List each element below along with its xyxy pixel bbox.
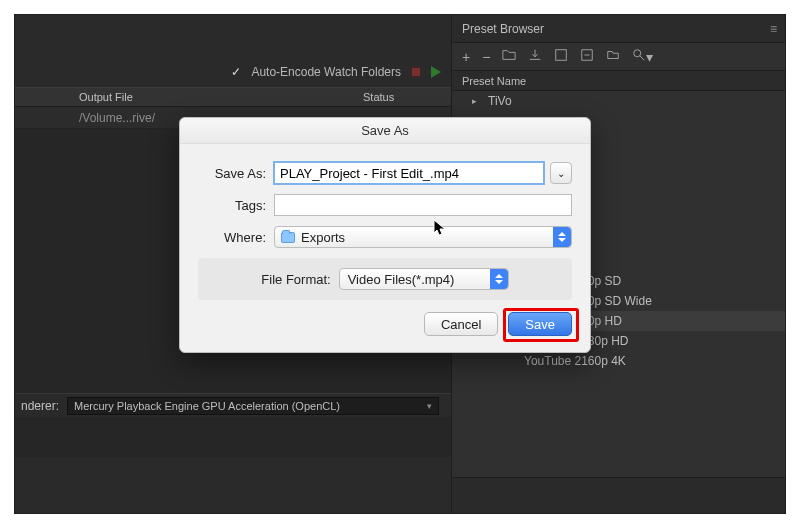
expand-dialog-button[interactable]: ⌄ <box>550 162 572 184</box>
checkmark-icon: ✓ <box>231 65 241 79</box>
panel-footer <box>452 477 785 513</box>
panel-menu-icon[interactable]: ≡ <box>770 22 775 36</box>
tags-label: Tags: <box>198 198 274 213</box>
where-label: Where: <box>198 230 274 245</box>
play-icon[interactable] <box>431 66 441 78</box>
queue-output-cell: /Volume...rive/ <box>79 111 155 125</box>
save-as-label: Save As: <box>198 166 274 181</box>
renderer-bar: nderer: Mercury Playback Engine GPU Acce… <box>15 393 451 417</box>
renderer-label: nderer: <box>21 399 59 413</box>
col-output: Output File <box>79 91 133 103</box>
file-format-select[interactable]: Video Files(*.mp4) <box>339 268 509 290</box>
export-icon[interactable] <box>580 48 594 65</box>
file-format-value: Video Files(*.mp4) <box>348 272 455 287</box>
apply-icon[interactable] <box>606 48 620 65</box>
file-format-label: File Format: <box>261 272 338 287</box>
auto-encode-label[interactable]: Auto-Encode Watch Folders <box>251 65 401 79</box>
col-status: Status <box>363 91 394 103</box>
stop-icon[interactable] <box>411 67 421 77</box>
svg-rect-0 <box>556 50 567 61</box>
cancel-button[interactable]: Cancel <box>424 312 498 336</box>
where-select[interactable]: Exports <box>274 226 572 248</box>
updown-icon <box>490 269 508 289</box>
queue-toolbar: ✓ Auto-Encode Watch Folders <box>15 61 451 83</box>
panel-title: Preset Browser <box>462 22 544 36</box>
search-icon[interactable]: ▾ <box>632 48 653 65</box>
tags-input[interactable] <box>274 194 572 216</box>
where-value: Exports <box>301 230 345 245</box>
save-button[interactable]: Save <box>508 312 572 336</box>
panel-toolbar: + − ▾ <box>452 43 785 71</box>
svg-point-1 <box>634 50 641 57</box>
remove-preset-icon[interactable]: − <box>482 49 490 65</box>
preset-name-col: Preset Name <box>462 75 526 87</box>
import-icon[interactable] <box>528 48 542 65</box>
folder-icon <box>281 232 295 243</box>
save-as-input[interactable] <box>274 162 544 184</box>
app-window: ✓ Auto-Encode Watch Folders Output File … <box>14 14 786 514</box>
new-folder-icon[interactable] <box>502 48 516 65</box>
settings-icon[interactable] <box>554 48 568 65</box>
add-preset-icon[interactable]: + <box>462 49 470 65</box>
save-as-dialog: Save As Save As: ⌄ Tags: Where: Exports <box>179 117 591 353</box>
dialog-title: Save As <box>180 118 590 144</box>
preset-item[interactable]: YouTube 2160p 4K <box>452 351 785 371</box>
renderer-select[interactable]: Mercury Playback Engine GPU Acceleration… <box>67 397 439 415</box>
queue-header: Output File Status <box>15 87 451 107</box>
preset-group[interactable]: TiVo <box>452 91 785 111</box>
updown-icon <box>553 227 571 247</box>
preset-list-header: Preset Name <box>452 71 785 91</box>
panel-title-bar: Preset Browser ≡ <box>452 15 785 43</box>
renderer-value: Mercury Playback Engine GPU Acceleration… <box>74 400 340 412</box>
